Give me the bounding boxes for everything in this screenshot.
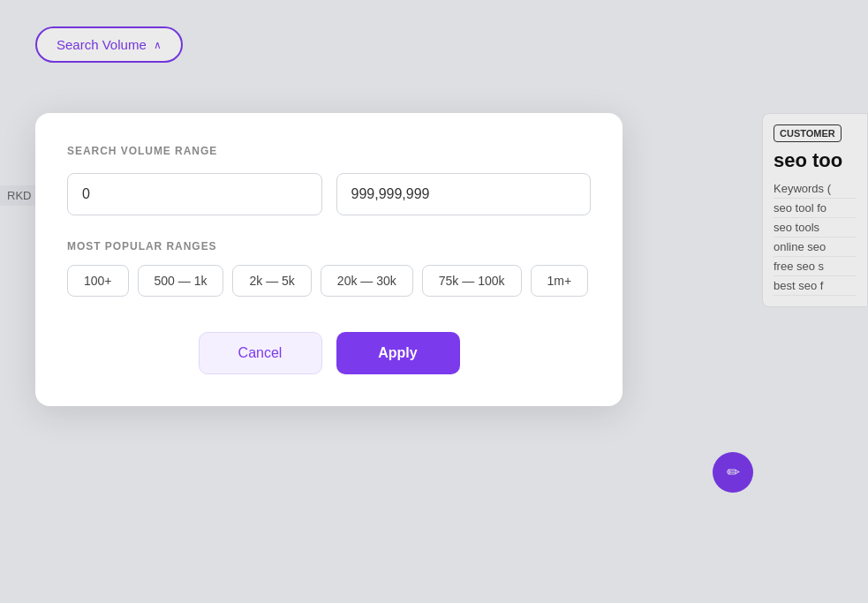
modal-actions: Cancel Apply — [67, 332, 591, 374]
chip-20k-30k[interactable]: 20k — 30k — [321, 265, 413, 297]
section-title: SEARCH VOLUME RANGE — [67, 145, 591, 157]
chip-500-1k[interactable]: 500 — 1k — [138, 265, 224, 297]
chip-2k-5k[interactable]: 2k — 5k — [232, 265, 311, 297]
max-value-input[interactable] — [336, 173, 592, 215]
chip-75k-100k[interactable]: 75k — 100k — [422, 265, 522, 297]
min-value-input[interactable] — [67, 173, 322, 215]
popular-ranges-title: MOST POPULAR RANGES — [67, 240, 591, 253]
search-volume-modal: SEARCH VOLUME RANGE MOST POPULAR RANGES … — [35, 113, 623, 406]
chip-1mplus[interactable]: 1m+ — [531, 265, 589, 297]
cancel-button[interactable]: Cancel — [199, 332, 322, 374]
range-chips-container: 100+ 500 — 1k 2k — 5k 20k — 30k 75k — 10… — [67, 265, 591, 297]
chip-100plus[interactable]: 100+ — [67, 265, 129, 297]
range-inputs-container — [67, 173, 591, 215]
apply-button[interactable]: Apply — [336, 332, 460, 374]
